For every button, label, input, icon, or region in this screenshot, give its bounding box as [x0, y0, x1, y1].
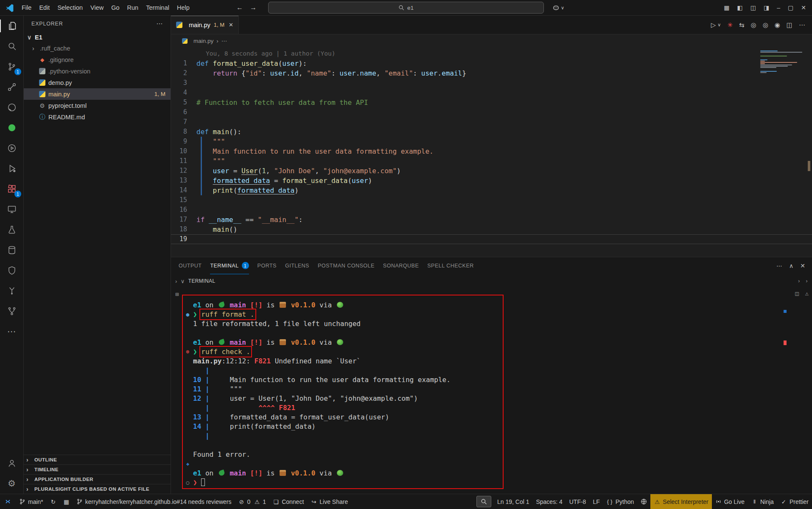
status-go-live[interactable]: Go Live — [712, 494, 748, 509]
activitybar-search[interactable] — [0, 36, 23, 56]
chevron-down-icon[interactable]: ∨ — [181, 278, 185, 284]
menu-selection[interactable]: Selection — [53, 3, 87, 13]
menu-go[interactable]: Go — [107, 3, 123, 13]
section-timeline[interactable]: ›TIMELINE — [24, 464, 171, 474]
file-gitignore[interactable]: ◆.gitignore — [24, 54, 171, 65]
terminal-line[interactable]: Found 1 error. — [193, 450, 812, 459]
activitybar-security[interactable] — [0, 260, 23, 281]
panel-tab-postman-console[interactable]: POSTMAN CONSOLE — [318, 257, 375, 274]
activitybar-source-control[interactable]: 1 — [0, 56, 23, 77]
status-sync[interactable]: ↻ — [47, 494, 60, 509]
terminal-line[interactable]: 11 | """ — [193, 385, 812, 394]
activitybar-python-environment[interactable] — [0, 118, 23, 138]
code-line[interactable]: 2 return {"id": user.id, "name": user.na… — [171, 68, 812, 78]
activitybar-more-views[interactable]: ⋯ — [0, 321, 23, 342]
tab-close-icon[interactable]: ✕ — [229, 22, 233, 28]
section-outline[interactable]: ›OUTLINE — [24, 455, 171, 464]
status-live-share[interactable]: ↪Live Share — [307, 494, 351, 509]
status-ninja[interactable]: ‖Ninja — [748, 494, 777, 509]
activitybar-accounts[interactable] — [0, 453, 23, 473]
activitybar-remote-explorer[interactable] — [0, 199, 23, 219]
toggle-panel-icon[interactable]: ◫ — [750, 4, 756, 11]
more-actions-icon[interactable]: ⋯ — [156, 20, 163, 28]
code-line[interactable]: 12 user = User(1, "John Doe", "john@exam… — [171, 166, 812, 176]
file-ruff-cache[interactable]: ›.ruff_cache — [24, 42, 171, 54]
menu-help[interactable]: Help — [173, 3, 193, 13]
code-line[interactable]: 5# Function to fetch user data from the … — [171, 98, 812, 107]
terminal-line[interactable]: | — [193, 431, 812, 441]
menu-view[interactable]: View — [87, 3, 107, 13]
code-line[interactable]: 7 — [171, 117, 812, 127]
previous-change-icon[interactable]: ◎ — [751, 21, 756, 29]
code-line[interactable]: 4 — [171, 88, 812, 98]
file-pyproject-toml[interactable]: ⚙pyproject.toml — [24, 100, 171, 111]
split-editor-icon[interactable]: ◫ — [787, 21, 792, 29]
status-remote[interactable] — [0, 494, 16, 509]
terminal-line[interactable]: ●❯ ruff format . — [193, 310, 812, 319]
terminal-line[interactable] — [193, 441, 812, 450]
code-line[interactable]: 16 — [171, 205, 812, 215]
code-line[interactable]: 14 print(formatted_data) — [171, 186, 812, 195]
code-line[interactable]: 10 Main function to run the user data fo… — [171, 146, 812, 156]
terminal-line[interactable]: | ^^^^ F821 — [193, 403, 812, 413]
status-branch[interactable]: main* — [16, 494, 47, 509]
terminal-line[interactable]: 1 file reformatted, 1 file left unchange… — [193, 319, 812, 329]
panel-tab-sonarqube[interactable]: SONARQUBE — [383, 257, 419, 274]
activitybar-jupyter[interactable] — [0, 138, 23, 158]
maximize-panel-icon[interactable]: ∧ — [789, 262, 793, 269]
status-encoding[interactable]: UTF-8 — [566, 494, 590, 509]
tree-root-e1[interactable]: ∨ E1 — [24, 32, 171, 42]
terminal-line[interactable] — [193, 329, 812, 338]
panel-tab-terminal[interactable]: TERMINAL1 — [210, 257, 249, 274]
terminal-line[interactable]: 12 | user = User(1, "John Doe", "john@ex… — [193, 394, 812, 403]
history-forward-icon[interactable]: → — [250, 4, 257, 11]
run-python-file-icon[interactable]: ▷ — [711, 21, 716, 29]
status-network[interactable] — [637, 494, 650, 509]
activitybar-gitlens[interactable] — [0, 281, 23, 301]
run-below-icon[interactable]: ◉ — [775, 21, 780, 29]
status-warnings[interactable]: ⚠1 — [254, 494, 269, 509]
close-panel-icon[interactable]: ✕ — [800, 262, 805, 269]
activitybar-extensions[interactable]: 1 — [0, 179, 23, 199]
panel-tab-output[interactable]: OUTPUT — [179, 257, 202, 274]
status-zoom[interactable] — [476, 496, 491, 507]
code-line[interactable]: 3 — [171, 78, 812, 88]
split-terminal-icon[interactable]: ◫ — [795, 289, 798, 298]
code-editor[interactable]: You, 8 seconds ago | 1 author (You)1def … — [171, 47, 812, 257]
terminal-line[interactable]: 14 | print(formatted_data) — [193, 422, 812, 431]
more-actions-icon[interactable]: ⋯ — [799, 21, 805, 29]
file-readme-md[interactable]: ⓘREADME.md — [24, 111, 171, 123]
minimap[interactable] — [760, 51, 805, 75]
panel-tab-gitlens[interactable]: GITLENS — [285, 257, 309, 274]
file-demo-py[interactable]: demo.py — [24, 77, 171, 88]
status-indentation[interactable]: Spaces: 4 — [532, 494, 566, 509]
status-prettier[interactable]: ✓Prettier — [777, 494, 812, 509]
code-line[interactable]: 18 main() — [171, 225, 812, 234]
status-github-pr[interactable]: kerryhatcher/kerryhatcher.github.io#14 n… — [73, 494, 235, 509]
terminal-line[interactable]: e1 on main [!] is v0.1.0 via — [193, 338, 812, 347]
chevron-right-icon[interactable]: › — [798, 278, 800, 284]
terminal-line[interactable]: ⊗❯ ruff check . — [193, 347, 812, 357]
code-line[interactable]: 15 — [171, 195, 812, 205]
activitybar-explorer[interactable] — [0, 16, 23, 36]
status-eol[interactable]: LF — [589, 494, 603, 509]
terminal-line[interactable]: 10 | Main function to run the user data … — [193, 375, 812, 385]
editor-tab-main-py[interactable]: main.py 1, M ✕ — [171, 16, 239, 34]
run-dropdown-icon[interactable]: ∨ — [717, 22, 721, 28]
chevron-right-icon[interactable]: › — [175, 278, 177, 284]
chevron-right-icon[interactable]: › — [806, 278, 808, 284]
terminal-line[interactable]: main.py:12:12: F821 Undefined name `User… — [193, 357, 812, 366]
status-graph[interactable]: ▦ — [60, 494, 73, 509]
terminal-line[interactable]: e1 on main [!] is v0.1.0 via — [193, 469, 812, 478]
compare-changes-icon[interactable]: ⇆ — [739, 21, 745, 29]
status-cursor-position[interactable]: Ln 19, Col 1 — [494, 494, 533, 509]
breadcrumb-file[interactable]: main.py — [193, 38, 213, 44]
terminal-section-header[interactable]: › ∨ TERMINAL › › — [171, 274, 812, 288]
breadcrumb-symbol[interactable]: ⋯ — [221, 37, 227, 44]
code-line[interactable]: 8def main(): — [171, 127, 812, 137]
section-application-builder[interactable]: ›APPLICATION BUILDER — [24, 474, 171, 484]
section-pluralsight-clips-based-on-active-file[interactable]: ›PLURALSIGHT CLIPS BASED ON ACTIVE FILE — [24, 484, 171, 494]
menu-file[interactable]: File — [18, 3, 35, 13]
terminal[interactable]: ⊞ e1 on main [!] is v0.1.0 via ●❯ ruff f… — [171, 288, 812, 494]
code-line[interactable]: 6 — [171, 107, 812, 117]
